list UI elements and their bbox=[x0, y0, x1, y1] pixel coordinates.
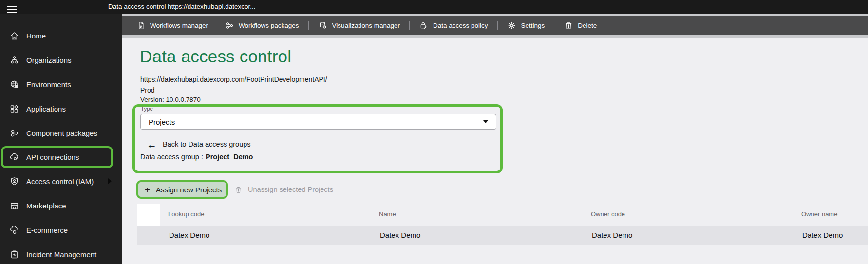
sidebar-item-label: API connections bbox=[26, 153, 79, 161]
clipboard-pulse-icon bbox=[9, 249, 19, 260]
toolbar-divider bbox=[409, 21, 410, 30]
select-all-cell[interactable] bbox=[137, 204, 160, 226]
toolbar-item-label: Settings bbox=[521, 22, 545, 29]
cell-name: Datex Demo bbox=[380, 231, 420, 239]
sidebar-item-marketplace[interactable]: Marketplace bbox=[0, 195, 122, 216]
toolbar-item-label: Visualizations manager bbox=[332, 22, 400, 29]
data-access-group-line: Data access group :Project_Demo bbox=[140, 153, 253, 161]
sidebar-item-label: Environments bbox=[26, 80, 71, 89]
toolbar-settings[interactable]: Settings bbox=[499, 16, 553, 35]
app-window: Data access control https://datexhubapi.… bbox=[0, 0, 868, 264]
type-field-label: Type bbox=[141, 106, 153, 112]
toolbar-divider bbox=[308, 21, 309, 30]
version-label: Version: 10.0.0.7870 bbox=[140, 96, 201, 103]
column-header-name[interactable]: Name bbox=[379, 210, 396, 218]
annotation-highlight-assign-button: + Assign new Projects bbox=[136, 180, 228, 199]
table-top-border bbox=[137, 204, 868, 204]
org-chart-icon bbox=[9, 55, 19, 65]
sidebar-item-label: Home bbox=[26, 32, 46, 40]
group-value: Project_Demo bbox=[206, 153, 253, 161]
sidebar-item-label: Component packages bbox=[26, 129, 97, 137]
sidebar: Home Organizations Environments Applicat… bbox=[0, 14, 122, 264]
toolbar-divider bbox=[554, 21, 554, 30]
unassign-button-label: Unassign selected Projects bbox=[248, 186, 333, 193]
sidebar-item-environments[interactable]: Environments bbox=[0, 74, 122, 95]
toolbar: Workflows manager Workflows packages Vis… bbox=[122, 16, 868, 35]
sidebar-item-applications[interactable]: Applications bbox=[0, 98, 122, 119]
type-select[interactable]: Projects bbox=[140, 114, 496, 130]
group-label: Data access group : bbox=[140, 153, 203, 161]
app-grid-icon bbox=[9, 103, 19, 114]
type-select-value: Projects bbox=[149, 118, 175, 126]
sidebar-item-component-packages[interactable]: Component packages bbox=[0, 122, 122, 144]
column-header-owner-code[interactable]: Owner code bbox=[591, 210, 625, 218]
toolbar-divider bbox=[497, 21, 498, 30]
window-title: Data access control https://datexhubapi.… bbox=[108, 0, 255, 14]
back-arrow-icon: ← bbox=[147, 139, 157, 150]
gear-icon bbox=[507, 20, 517, 30]
sidebar-item-label: Marketplace bbox=[26, 202, 66, 210]
sidebar-item-api-connections[interactable]: API connections bbox=[0, 146, 122, 168]
toolbar-item-label: Workflows packages bbox=[239, 22, 299, 29]
sidebar-item-label: Organizations bbox=[26, 56, 72, 64]
sidebar-item-e-commerce[interactable]: E-commerce bbox=[0, 219, 122, 241]
plus-icon: + bbox=[145, 185, 150, 194]
sidebar-item-access-control-iam[interactable]: Access control (IAM) bbox=[0, 170, 122, 192]
page-title: Data access control bbox=[140, 47, 291, 66]
globe-icon bbox=[9, 79, 19, 90]
column-header-owner-name[interactable]: Owner name bbox=[801, 210, 837, 218]
chevron-down-icon bbox=[483, 120, 488, 123]
toolbar-item-label: Delete bbox=[578, 22, 597, 29]
hexagons-icon bbox=[9, 128, 19, 138]
trash-icon bbox=[234, 186, 243, 194]
toolbar-item-label: Data access policy bbox=[433, 22, 488, 29]
sidebar-item-label: E-commerce bbox=[26, 226, 68, 234]
sidebar-item-label: Access control (IAM) bbox=[26, 177, 94, 186]
toolbar-visualizations-manager[interactable]: Visualizations manager bbox=[310, 16, 408, 35]
toolbar-delete[interactable]: Delete bbox=[555, 16, 605, 35]
unassign-selected-projects-button[interactable]: Unassign selected Projects bbox=[234, 180, 333, 199]
api-url: https://datexhubapi.datexcorp.com/FootPr… bbox=[140, 75, 327, 83]
toolbar-workflows-manager[interactable]: Workflows manager bbox=[128, 16, 216, 35]
toolbar-data-access-policy[interactable]: Data access policy bbox=[411, 16, 496, 35]
storefront-icon bbox=[9, 200, 19, 211]
sidebar-item-label: Incident Management bbox=[26, 250, 96, 259]
shield-user-icon bbox=[9, 176, 19, 187]
sidebar-item-incident-management[interactable]: Incident Management bbox=[0, 244, 122, 264]
assign-new-projects-button[interactable]: + Assign new Projects bbox=[138, 182, 226, 197]
back-to-data-access-groups-link[interactable]: ← Back to Data access groups bbox=[147, 138, 251, 151]
table-row[interactable]: Datex Demo Datex Demo Datex Demo Datex D… bbox=[137, 226, 868, 245]
environment-label: Prod bbox=[140, 86, 155, 94]
cell-owner-code: Datex Demo bbox=[592, 231, 632, 239]
column-header-lookup-code[interactable]: Lookup code bbox=[168, 210, 204, 218]
cloud-link-icon bbox=[9, 151, 19, 162]
lock-edit-icon bbox=[419, 20, 429, 30]
toolbar-item-label: Workflows manager bbox=[150, 22, 208, 29]
trash-icon bbox=[564, 20, 573, 30]
toolbar-workflows-packages[interactable]: Workflows packages bbox=[216, 16, 307, 35]
chevron-right-icon bbox=[108, 178, 112, 184]
database-eye-icon bbox=[318, 20, 328, 30]
home-icon bbox=[9, 30, 19, 41]
branch-nodes-icon bbox=[225, 20, 234, 30]
hamburger-menu-icon[interactable] bbox=[7, 6, 18, 14]
sidebar-item-label: Applications bbox=[26, 105, 66, 113]
sidebar-item-organizations[interactable]: Organizations bbox=[0, 49, 122, 71]
title-bar: Data access control https://datexhubapi.… bbox=[0, 0, 868, 14]
assign-button-label: Assign new Projects bbox=[156, 186, 222, 194]
cloud-sync-icon bbox=[9, 225, 19, 235]
cell-lookup-code: Datex Demo bbox=[169, 231, 209, 239]
sidebar-item-home[interactable]: Home bbox=[0, 25, 122, 46]
back-link-label: Back to Data access groups bbox=[163, 140, 251, 148]
document-icon bbox=[136, 20, 146, 30]
cell-owner-name: Datex Demo bbox=[802, 231, 843, 239]
